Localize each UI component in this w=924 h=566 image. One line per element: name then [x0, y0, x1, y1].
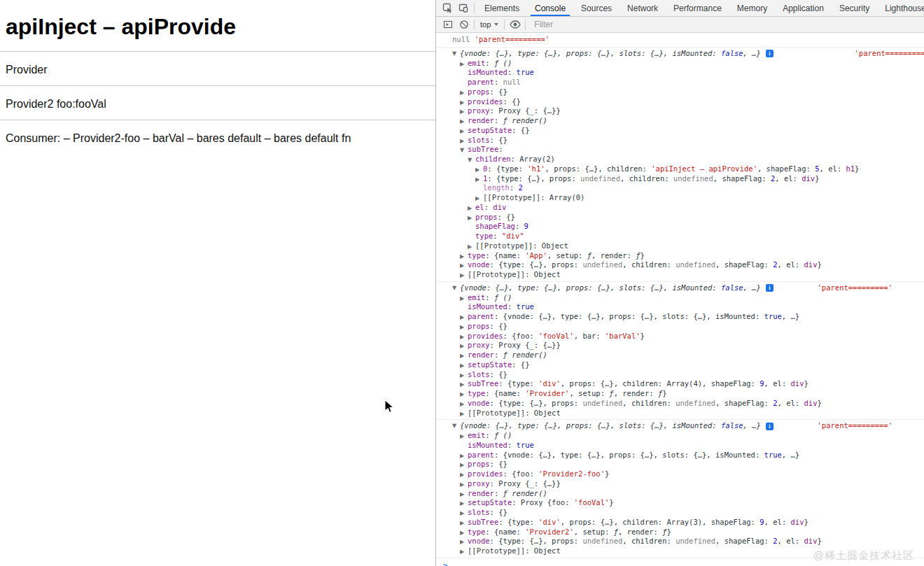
- tab-memory[interactable]: Memory: [729, 0, 775, 16]
- console-row-text: type: {name: 'Provider2', setup: ƒ, rend…: [468, 528, 671, 536]
- expand-arrow[interactable]: ▶: [460, 490, 468, 500]
- console-row: ▶props: {}: [436, 322, 924, 332]
- tab-elements[interactable]: Elements: [477, 0, 527, 16]
- expand-arrow[interactable]: ▼: [452, 421, 460, 431]
- console-text: }: [855, 164, 859, 173]
- expand-arrow[interactable]: ▶: [460, 460, 468, 470]
- console-text: false: [721, 421, 743, 430]
- device-toolbar-button[interactable]: [456, 1, 472, 15]
- console-text: , …}: [743, 49, 761, 57]
- expand-arrow[interactable]: ▶: [460, 518, 468, 528]
- console-row-text: subTree: {type: 'div', props: {…}, child…: [468, 379, 808, 388]
- expand-arrow[interactable]: ▶: [468, 242, 475, 252]
- console-text: :: [484, 203, 493, 211]
- console-row: ▶emit: ƒ (): [436, 431, 924, 441]
- expand-arrow[interactable]: ▼: [468, 155, 475, 165]
- expand-arrow[interactable]: ▶: [460, 409, 468, 419]
- expand-arrow[interactable]: ▶: [460, 432, 468, 441]
- expand-arrow[interactable]: ▶: [460, 361, 468, 371]
- expand-arrow[interactable]: ▶: [460, 509, 468, 518]
- tab-lighthouse[interactable]: Lighthouse: [877, 0, 924, 16]
- expand-arrow[interactable]: ▶: [460, 341, 468, 351]
- expand-arrow[interactable]: ▶: [460, 399, 468, 409]
- console-row-text: setupState: {}: [468, 360, 530, 369]
- expand-arrow[interactable]: ▶: [460, 261, 468, 271]
- info-icon[interactable]: i: [766, 50, 774, 57]
- tab-security[interactable]: Security: [832, 0, 877, 16]
- console-text: length: [483, 183, 510, 192]
- tab-performance[interactable]: Performance: [666, 0, 729, 16]
- inspect-element-button[interactable]: [440, 1, 456, 15]
- expand-arrow[interactable]: ▶: [468, 204, 475, 213]
- expand-arrow[interactable]: ▶: [460, 271, 468, 281]
- console-row-text: shapeFlag: 9: [475, 222, 528, 230]
- expand-arrow[interactable]: ▶: [460, 59, 468, 69]
- expand-arrow[interactable]: ▶: [460, 107, 468, 117]
- live-expression-button[interactable]: [507, 17, 523, 32]
- expand-arrow[interactable]: ▶: [460, 294, 468, 304]
- expand-arrow[interactable]: ▶: [460, 380, 468, 390]
- console-text: :: [494, 78, 503, 86]
- expand-arrow[interactable]: ▶: [460, 117, 468, 127]
- console-text: :: [485, 293, 494, 302]
- expand-arrow[interactable]: ▶: [460, 480, 468, 490]
- tab-sources[interactable]: Sources: [573, 0, 620, 16]
- devtools-tabbar: ElementsConsoleSourcesNetworkPerformance…: [436, 0, 924, 17]
- expand-arrow[interactable]: ▶: [460, 136, 468, 146]
- tab-application[interactable]: Application: [775, 0, 832, 16]
- expand-arrow[interactable]: ▶: [475, 194, 483, 204]
- clear-console-icon: [459, 20, 469, 29]
- info-icon[interactable]: i: [766, 284, 774, 292]
- console-text: ƒ render(): [503, 116, 547, 125]
- filter-input[interactable]: [533, 19, 690, 30]
- console-row-text: parent: {vnode: {…}, type: {…}, props: {…: [468, 451, 799, 459]
- console-row: ▶el: div: [436, 203, 924, 213]
- console-row-text: proxy: Proxy {_: {…}}: [468, 479, 561, 488]
- console-text: : {}: [490, 136, 507, 144]
- console-text: , …}: [743, 283, 761, 292]
- console-text: : {name:: [485, 251, 525, 260]
- console-log-string-arg: 'parent=========': [818, 283, 892, 293]
- expand-arrow[interactable]: ▶: [460, 313, 468, 323]
- console-output[interactable]: null 'parent========='▼{vnode: {…}, type…: [436, 33, 924, 566]
- expand-arrow[interactable]: ▶: [460, 98, 468, 108]
- console-text: :: [510, 183, 519, 192]
- toolbar-separator: [474, 20, 475, 30]
- expand-arrow[interactable]: ▼: [452, 283, 460, 293]
- expand-arrow[interactable]: ▶: [460, 127, 468, 136]
- expand-arrow[interactable]: ▶: [460, 332, 468, 342]
- console-text: : {}: [490, 508, 507, 516]
- console-text: subTree: [468, 379, 498, 388]
- expand-arrow[interactable]: ▶: [460, 390, 468, 399]
- expand-arrow[interactable]: ▶: [460, 537, 468, 547]
- console-row: ▶[[Prototype]]: Object: [436, 241, 924, 251]
- expand-arrow[interactable]: ▶: [460, 323, 468, 332]
- expand-arrow[interactable]: ▶: [460, 451, 468, 461]
- console-text: 'App': [525, 251, 547, 260]
- expand-arrow[interactable]: ▼: [452, 49, 460, 59]
- expand-arrow[interactable]: ▶: [460, 252, 468, 262]
- expand-arrow[interactable]: ▶: [475, 165, 483, 175]
- console-text: : {vnode: {…}, type: {…}, props: {…}, sl…: [494, 312, 764, 320]
- expand-arrow[interactable]: ▶: [460, 351, 468, 361]
- console-row: ▶props: {}: [436, 460, 924, 469]
- console-sidebar-button[interactable]: [440, 17, 456, 32]
- expand-arrow[interactable]: ▶: [460, 470, 468, 480]
- tab-network[interactable]: Network: [620, 0, 666, 16]
- console-text: 'Provider': [525, 389, 569, 397]
- console-text: shapeFlag: [475, 222, 515, 230]
- expand-arrow[interactable]: ▼: [460, 146, 468, 155]
- expand-arrow[interactable]: ▶: [460, 371, 468, 381]
- expand-arrow[interactable]: ▶: [475, 175, 483, 185]
- info-icon[interactable]: i: [766, 423, 774, 430]
- tab-console[interactable]: Console: [527, 0, 573, 16]
- expand-arrow[interactable]: ▶: [468, 213, 475, 223]
- console-text: }: [605, 469, 609, 478]
- expand-arrow[interactable]: ▶: [460, 547, 468, 557]
- expand-arrow[interactable]: ▶: [460, 88, 468, 98]
- clear-console-button[interactable]: [456, 17, 472, 32]
- console-row-text: [[Prototype]]: Array(0): [483, 193, 584, 201]
- expand-arrow[interactable]: ▶: [460, 528, 468, 538]
- context-selector[interactable]: top: [477, 20, 502, 29]
- expand-arrow[interactable]: ▶: [460, 499, 468, 509]
